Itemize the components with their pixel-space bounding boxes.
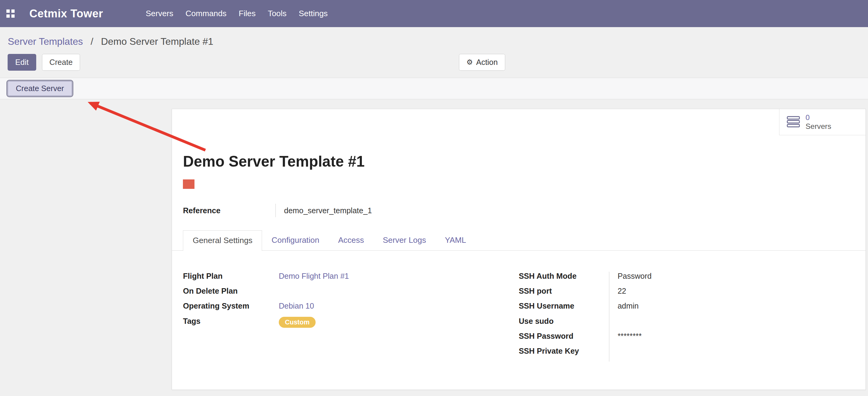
page: Cetmix Tower Servers Commands Files Tool… bbox=[0, 0, 868, 396]
field-on-delete-plan: On Delete Plan bbox=[183, 287, 519, 302]
menu-item-settings[interactable]: Settings bbox=[293, 1, 334, 26]
field-label: SSH Private Key bbox=[519, 347, 609, 362]
field-label: Flight Plan bbox=[183, 272, 279, 281]
app-brand[interactable]: Cetmix Tower bbox=[29, 7, 103, 20]
reference-field: Reference demo_server_template_1 bbox=[183, 204, 866, 217]
menu-item-tools[interactable]: Tools bbox=[262, 1, 293, 26]
reference-value: demo_server_template_1 bbox=[275, 204, 372, 217]
tag-badge[interactable]: Custom bbox=[279, 317, 316, 328]
menu-item-files[interactable]: Files bbox=[232, 1, 262, 26]
field-label: SSH port bbox=[519, 287, 609, 302]
tab-access[interactable]: Access bbox=[329, 231, 373, 251]
ssh-port-value: 22 bbox=[618, 287, 854, 302]
fields-left-column: Flight Plan Demo Flight Plan #1 On Delet… bbox=[183, 272, 519, 362]
tab-yaml[interactable]: YAML bbox=[436, 231, 476, 251]
right-field-values: Password 22 admin ******** bbox=[609, 272, 855, 362]
color-swatch[interactable] bbox=[183, 179, 194, 189]
ssh-username-value: admin bbox=[618, 302, 854, 316]
action-button-label: Action bbox=[476, 57, 498, 67]
breadcrumb-current: Demo Server Template #1 bbox=[101, 36, 213, 47]
servers-stat-count: 0 bbox=[806, 113, 832, 122]
field-operating-system: Operating System Debian 10 bbox=[183, 302, 519, 316]
form-toolbar-strip: Create Server bbox=[0, 78, 868, 99]
menu-item-servers[interactable]: Servers bbox=[140, 1, 180, 26]
apps-grid-icon-svg bbox=[6, 9, 14, 18]
tab-configuration[interactable]: Configuration bbox=[262, 231, 329, 251]
create-button[interactable]: Create bbox=[42, 54, 80, 71]
record-title: Demo Server Template #1 bbox=[183, 153, 866, 170]
field-label: On Delete Plan bbox=[183, 287, 279, 295]
action-button[interactable]: ⚙ Action bbox=[459, 54, 505, 71]
servers-stat-button[interactable]: 0 Servers bbox=[779, 109, 866, 135]
operating-system-link[interactable]: Debian 10 bbox=[279, 302, 314, 310]
breadcrumb: Server Templates / Demo Server Template … bbox=[0, 27, 868, 47]
tags-value: Custom bbox=[279, 317, 316, 328]
ssh-password-value: ******** bbox=[618, 332, 854, 347]
servers-stack-icon bbox=[787, 116, 800, 128]
top-navbar: Cetmix Tower Servers Commands Files Tool… bbox=[0, 0, 868, 27]
apps-grid-icon[interactable] bbox=[5, 8, 16, 19]
ssh-auth-mode-value: Password bbox=[618, 272, 854, 287]
field-label: Use sudo bbox=[519, 317, 609, 332]
breadcrumb-separator: / bbox=[91, 36, 93, 47]
use-sudo-value bbox=[618, 317, 854, 332]
servers-stat-text: 0 Servers bbox=[806, 113, 832, 131]
tab-general-settings[interactable]: General Settings bbox=[183, 230, 262, 251]
breadcrumb-parent-link[interactable]: Server Templates bbox=[8, 36, 83, 47]
general-settings-content: Flight Plan Demo Flight Plan #1 On Delet… bbox=[172, 251, 866, 362]
menu-item-commands[interactable]: Commands bbox=[180, 1, 233, 26]
ssh-private-key-value bbox=[618, 347, 854, 362]
field-flight-plan: Flight Plan Demo Flight Plan #1 bbox=[183, 272, 519, 287]
servers-stat-label: Servers bbox=[806, 122, 832, 131]
notebook-tabs: General Settings Configuration Access Se… bbox=[172, 230, 866, 251]
form-sheet: 0 Servers Demo Server Template #1 Refere… bbox=[172, 109, 866, 390]
flight-plan-link[interactable]: Demo Flight Plan #1 bbox=[279, 272, 349, 281]
create-server-button[interactable]: Create Server bbox=[8, 81, 72, 96]
reference-label: Reference bbox=[183, 204, 275, 217]
main-menu: Servers Commands Files Tools Settings bbox=[140, 1, 334, 26]
field-label: SSH Auth Mode bbox=[519, 272, 609, 287]
right-field-labels: SSH Auth Mode SSH port SSH Username Use … bbox=[519, 272, 609, 362]
tab-server-logs[interactable]: Server Logs bbox=[373, 231, 436, 251]
gear-icon: ⚙ bbox=[466, 57, 473, 67]
edit-button[interactable]: Edit bbox=[8, 54, 36, 71]
field-label: Operating System bbox=[183, 302, 279, 310]
control-panel-buttons: Edit Create ⚙ Action bbox=[8, 54, 868, 71]
field-label: SSH Username bbox=[519, 302, 609, 316]
fields-right-column: SSH Auth Mode SSH port SSH Username Use … bbox=[519, 272, 854, 362]
field-label: Tags bbox=[183, 317, 279, 326]
field-tags: Tags Custom bbox=[183, 317, 519, 332]
field-label: SSH Password bbox=[519, 332, 609, 347]
